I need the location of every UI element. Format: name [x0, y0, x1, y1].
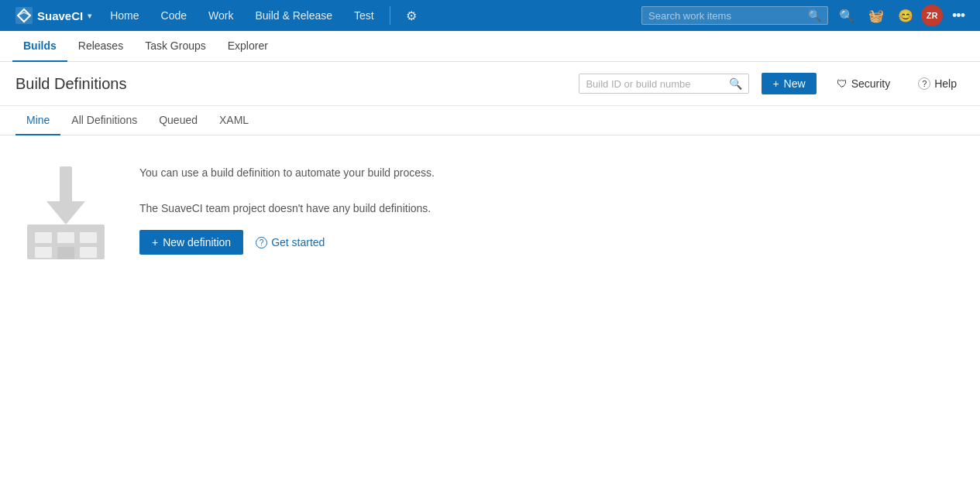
brand[interactable]: SuaveCI ▾ — [8, 7, 99, 24]
build-search-icon: 🔍 — [729, 77, 742, 90]
notifications-icon[interactable]: 🔍 — [833, 2, 861, 29]
nav-item-code[interactable]: Code — [150, 0, 198, 31]
sub-nav-task-groups[interactable]: Task Groups — [134, 32, 217, 62]
help-icon: ? — [918, 77, 930, 90]
build-search[interactable]: 🔍 — [579, 74, 749, 94]
nav-item-work[interactable]: Work — [198, 0, 244, 31]
top-nav: SuaveCI ▾ Home Code Work Build & Release… — [0, 0, 980, 31]
shield-icon: 🛡 — [837, 77, 848, 90]
security-button-label: Security — [851, 77, 891, 90]
help-button[interactable]: ? Help — [910, 73, 965, 94]
nav-icons: 🔍 🧺 😊 ZR ••• — [828, 2, 972, 29]
nav-settings-icon[interactable]: ⚙ — [395, 0, 428, 31]
brand-logo-icon — [15, 7, 33, 24]
build-empty-state-icon — [15, 159, 116, 267]
basket-icon[interactable]: 🧺 — [862, 2, 890, 29]
page-header: Build Definitions 🔍 + New 🛡 Security ? H… — [0, 62, 980, 106]
brand-name: SuaveCI — [37, 9, 83, 22]
nav-item-home[interactable]: Home — [99, 0, 150, 31]
content-actions: + New definition ? Get started — [139, 230, 965, 255]
content-empty-message: The SuaveCI team project doesn't have an… — [139, 202, 965, 214]
nav-item-test[interactable]: Test — [343, 0, 385, 31]
profile-icon[interactable]: 😊 — [892, 2, 920, 29]
page-title: Build Definitions — [15, 75, 566, 93]
tab-xaml[interactable]: XAML — [208, 106, 260, 135]
security-button[interactable]: 🛡 Security — [829, 73, 899, 94]
new-button-plus-icon: + — [772, 77, 779, 90]
get-started-label: Get started — [271, 236, 325, 248]
new-definition-label: New definition — [163, 236, 231, 248]
build-search-input[interactable] — [586, 78, 724, 90]
avatar[interactable]: ZR — [921, 5, 943, 26]
tab-queued[interactable]: Queued — [148, 106, 208, 135]
sub-nav-explorer[interactable]: Explorer — [217, 32, 279, 62]
nav-item-build-release[interactable]: Build & Release — [244, 0, 343, 31]
tab-all-definitions[interactable]: All Definitions — [60, 106, 148, 135]
svg-rect-6 — [80, 232, 97, 243]
content-tabs: Mine All Definitions Queued XAML — [0, 106, 980, 135]
new-definition-button[interactable]: + New definition — [139, 230, 243, 255]
nav-separator — [390, 6, 390, 25]
main-content: You can use a build definition to automa… — [0, 135, 980, 293]
new-definition-plus-icon: + — [152, 236, 158, 248]
get-started-help-icon: ? — [256, 237, 267, 248]
content-area: You can use a build definition to automa… — [139, 159, 965, 255]
new-button-label: New — [784, 77, 806, 90]
svg-rect-4 — [35, 232, 52, 243]
nav-search[interactable]: 🔍 — [641, 6, 828, 25]
new-button[interactable]: + New — [762, 73, 816, 94]
svg-rect-7 — [35, 247, 52, 258]
svg-rect-5 — [57, 232, 74, 243]
svg-rect-8 — [80, 247, 97, 258]
nav-items: Home Code Work Build & Release Test ⚙ — [99, 0, 428, 31]
search-icon: 🔍 — [808, 9, 821, 22]
sub-nav-builds[interactable]: Builds — [12, 32, 67, 62]
more-icon[interactable]: ••• — [944, 2, 972, 29]
sub-nav: Builds Releases Task Groups Explorer — [0, 31, 980, 62]
search-input[interactable] — [648, 10, 803, 22]
build-icon-container — [15, 159, 116, 269]
svg-rect-9 — [57, 247, 74, 259]
tab-mine[interactable]: Mine — [15, 106, 60, 135]
get-started-link[interactable]: ? Get started — [256, 236, 325, 248]
help-button-label: Help — [934, 77, 957, 90]
content-description: You can use a build definition to automa… — [139, 166, 965, 179]
svg-marker-2 — [46, 201, 85, 224]
brand-chevron-icon: ▾ — [88, 12, 91, 20]
sub-nav-releases[interactable]: Releases — [67, 32, 134, 62]
